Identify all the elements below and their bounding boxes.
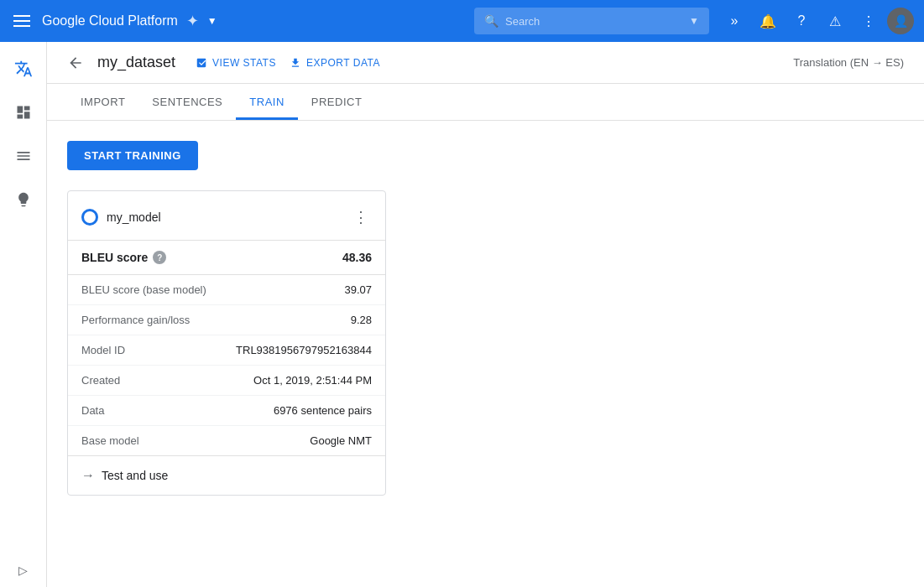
tab-sentences[interactable]: SENTENCES — [138, 84, 236, 120]
sidebar: ▷ — [0, 42, 47, 587]
notifications-icon[interactable]: 🔔 — [753, 6, 783, 36]
metric-label: Data — [81, 404, 104, 417]
top-nav: Google Cloud Platform ✦ ▼ 🔍 ▼ » 🔔 ? ⚠ ⋮ … — [0, 0, 924, 42]
sidebar-item-lightbulb[interactable] — [3, 179, 44, 220]
metric-label: Performance gain/loss — [81, 314, 190, 326]
model-card-header: my_model ⋮ — [68, 191, 385, 241]
alert-icon[interactable]: ⚠ — [820, 6, 850, 36]
metric-value: 6976 sentence pairs — [274, 404, 372, 417]
app-title: Google Cloud Platform — [42, 13, 178, 29]
tab-import[interactable]: IMPORT — [67, 84, 138, 120]
model-more-options[interactable]: ⋮ — [350, 205, 372, 230]
nav-icon-group: » 🔔 ? ⚠ ⋮ 👤 — [719, 6, 914, 36]
tabs-bar: IMPORT SENTENCES TRAIN PREDICT — [47, 84, 924, 121]
export-data-button[interactable]: EXPORT DATA — [290, 57, 380, 69]
translation-label: Translation (EN → ES) — [793, 56, 904, 69]
terminal-icon[interactable]: » — [719, 6, 749, 36]
bleu-score-value: 48.36 — [342, 251, 372, 264]
nav-grid-icon: ✦ — [186, 12, 199, 30]
metric-value: 9.28 — [351, 314, 372, 326]
search-bar[interactable]: 🔍 ▼ — [474, 8, 709, 34]
user-avatar[interactable]: 👤 — [887, 8, 914, 34]
metric-row-created: Created Oct 1, 2019, 2:51:44 PM — [68, 366, 385, 396]
main-layout: ▷ my_dataset VIEW STATS EXPORT DATA — [0, 42, 924, 587]
export-data-label: EXPORT DATA — [306, 57, 380, 69]
metric-row-performance: Performance gain/loss 9.28 — [68, 305, 385, 335]
content-area: my_dataset VIEW STATS EXPORT DATA Transl… — [47, 42, 924, 587]
dataset-title: my_dataset — [97, 54, 175, 71]
search-dropdown-icon[interactable]: ▼ — [689, 15, 699, 27]
model-name: my_model — [107, 210, 350, 224]
more-options-icon[interactable]: ⋮ — [854, 6, 884, 36]
bleu-score-label: BLEU score ? — [81, 251, 166, 264]
view-stats-button[interactable]: VIEW STATS — [196, 57, 276, 69]
metric-label: Model ID — [81, 344, 125, 356]
search-input[interactable] — [505, 15, 673, 28]
model-status-icon — [81, 209, 98, 226]
start-training-button[interactable]: START TRAINING — [67, 141, 198, 170]
metric-row-data: Data 6976 sentence pairs — [68, 396, 385, 426]
metric-value: Oct 1, 2019, 2:51:44 PM — [253, 374, 372, 387]
hamburger-menu[interactable] — [10, 12, 34, 30]
metrics-table: BLEU score (base model) 39.07 Performanc… — [68, 275, 385, 455]
metric-label: Base model — [81, 434, 139, 447]
nav-dropdown-arrow[interactable]: ▼ — [207, 15, 217, 27]
header-actions: VIEW STATS EXPORT DATA — [196, 57, 380, 69]
metric-value: TRL9381956797952163844 — [236, 344, 372, 356]
bleu-score-section: BLEU score ? 48.36 — [68, 241, 385, 275]
metric-row-model-id: Model ID TRL9381956797952163844 — [68, 335, 385, 366]
header-bar: my_dataset VIEW STATS EXPORT DATA Transl… — [47, 42, 924, 84]
view-stats-label: VIEW STATS — [212, 57, 276, 69]
sidebar-item-translate[interactable] — [3, 49, 44, 89]
metric-row-bleu-base: BLEU score (base model) 39.07 — [68, 275, 385, 305]
model-card: my_model ⋮ BLEU score ? 48.36 BLEU score… — [67, 190, 386, 496]
back-button[interactable] — [67, 55, 84, 71]
sidebar-item-dashboard[interactable] — [3, 92, 44, 132]
metric-label: Created — [81, 374, 120, 387]
metric-row-base-model: Base model Google NMT — [68, 426, 385, 455]
help-icon[interactable]: ? — [786, 6, 817, 36]
test-use-label: Test and use — [102, 469, 168, 482]
search-icon: 🔍 — [484, 14, 499, 28]
test-use-section[interactable]: → Test and use — [68, 455, 385, 495]
metric-value: Google NMT — [310, 434, 372, 447]
tab-predict[interactable]: PREDICT — [298, 84, 376, 120]
metric-label: BLEU score (base model) — [81, 283, 206, 296]
page-body: START TRAINING my_model ⋮ BLEU score ? 4… — [47, 121, 924, 516]
arrow-right-icon: → — [81, 468, 95, 483]
sidebar-expand-btn[interactable]: ▷ — [3, 560, 44, 580]
tab-train[interactable]: TRAIN — [236, 84, 298, 120]
metric-value: 39.07 — [344, 283, 372, 296]
bleu-help-icon[interactable]: ? — [153, 251, 166, 264]
sidebar-item-list[interactable] — [3, 136, 44, 176]
